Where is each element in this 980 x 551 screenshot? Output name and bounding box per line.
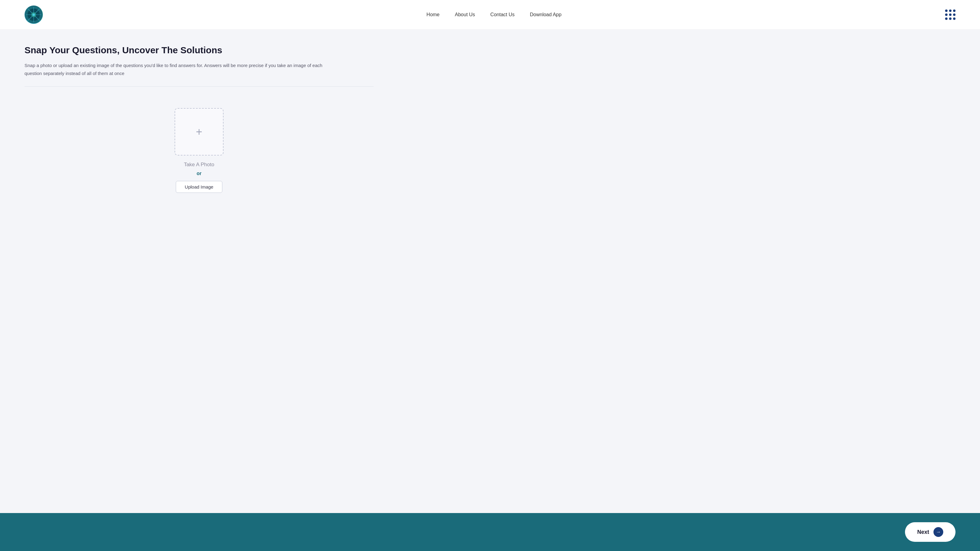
next-button[interactable]: Next → [905, 522, 956, 542]
dot-6 [953, 13, 956, 16]
content-card: Snap Your Questions, Uncover The Solutio… [24, 45, 374, 205]
dot-2 [949, 10, 951, 12]
add-icon: + [196, 126, 202, 137]
dot-3 [953, 10, 956, 12]
apps-grid-icon[interactable] [945, 10, 956, 20]
or-label: or [197, 171, 202, 176]
nav-links: Home About Us Contact Us Download App [426, 12, 562, 17]
page-title: Snap Your Questions, Uncover The Solutio… [24, 45, 374, 56]
main-content: Snap Your Questions, Uncover The Solutio… [0, 30, 980, 513]
footer: Next → [0, 513, 980, 551]
svg-point-7 [32, 13, 35, 16]
nav-download[interactable]: Download App [530, 12, 562, 17]
dot-8 [949, 17, 951, 20]
navbar: Home About Us Contact Us Download App [0, 0, 980, 30]
photo-upload-area[interactable]: + [175, 108, 224, 156]
dot-1 [945, 10, 948, 12]
section-divider [24, 86, 374, 87]
next-arrow-icon: → [934, 527, 943, 537]
upload-section: + Take A Photo or Upload Image [24, 102, 374, 205]
dot-7 [945, 17, 948, 20]
logo-area [24, 5, 43, 24]
dot-9 [953, 17, 956, 20]
nav-home[interactable]: Home [426, 12, 440, 17]
upload-image-button[interactable]: Upload Image [176, 181, 222, 193]
logo-icon [24, 5, 43, 24]
page-description: Snap a photo or upload an existing image… [24, 62, 325, 77]
dot-4 [945, 13, 948, 16]
dot-5 [949, 13, 951, 16]
nav-about[interactable]: About Us [455, 12, 475, 17]
logo-svg [24, 5, 43, 24]
take-photo-label: Take A Photo [184, 162, 214, 168]
next-label: Next [917, 529, 929, 535]
nav-contact[interactable]: Contact Us [490, 12, 514, 17]
